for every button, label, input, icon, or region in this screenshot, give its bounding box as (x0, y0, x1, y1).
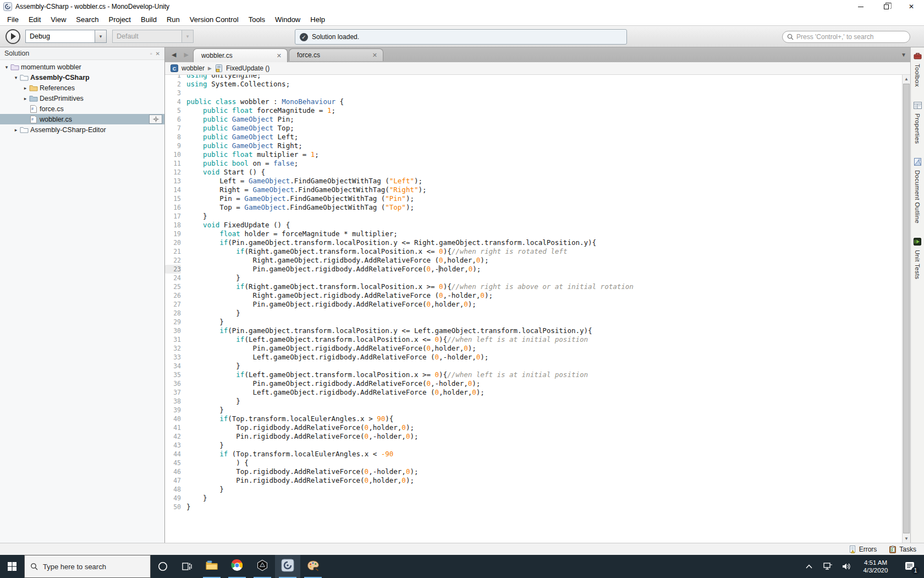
menu-item-view[interactable]: View (46, 14, 71, 25)
line-number[interactable]: 24 (165, 274, 181, 282)
line-number[interactable]: 27 (165, 300, 181, 309)
network-tray-button[interactable] (818, 555, 837, 578)
tab-force-cs[interactable]: force.cs✕ (289, 48, 383, 61)
tab-list-dropdown[interactable]: ▼ (897, 47, 910, 62)
code-line[interactable]: Top.rigidbody.AddRelativeForce(0,holder,… (186, 423, 902, 432)
line-number[interactable]: 13 (165, 177, 181, 186)
line-number[interactable]: 9 (165, 141, 181, 150)
errors-pad-button[interactable]: ! Errors (849, 546, 877, 553)
task-view-button[interactable] (175, 555, 199, 578)
line-number[interactable]: 8 (165, 133, 181, 141)
line-number[interactable]: 34 (165, 362, 181, 370)
dock-float-icon[interactable]: ▫ (150, 51, 152, 57)
code-line[interactable]: void Start () { (186, 168, 902, 177)
line-number[interactable]: 31 (165, 335, 181, 344)
code-line[interactable]: Left.gameObject.rigidbody.AddRelativeFor… (186, 388, 902, 397)
code-line[interactable]: Top = GameObject.FindGameObjectWithTag (… (186, 203, 902, 212)
line-number[interactable]: 2 (165, 80, 181, 89)
code-line[interactable]: if(Left.gameObject.transform.localPositi… (186, 335, 902, 344)
code-line[interactable]: if(Top.transform.localEulerAngles.x > 90… (186, 415, 902, 423)
line-number[interactable]: 28 (165, 309, 181, 318)
line-number[interactable]: 30 (165, 326, 181, 335)
line-number[interactable]: 44 (165, 450, 181, 459)
code-line[interactable]: if (Top.transform.localEulerAngles.x < -… (186, 450, 902, 459)
code-line[interactable]: Pin.rigidbody.AddRelativeForce(0,-holder… (186, 432, 902, 441)
line-number[interactable]: 41 (165, 423, 181, 432)
chevron-down-icon[interactable]: ▾ (95, 30, 107, 43)
code-line[interactable]: public GameObject Top; (186, 124, 902, 133)
line-number[interactable]: 16 (165, 203, 181, 212)
line-number[interactable]: 38 (165, 397, 181, 406)
breadcrumb-member[interactable]: FixedUpdate () (226, 64, 270, 72)
code-line[interactable]: using UnityEngine; (186, 75, 902, 80)
line-number[interactable]: 1 (165, 75, 181, 80)
line-number[interactable]: 19 (165, 230, 181, 238)
menu-item-edit[interactable]: Edit (24, 14, 46, 25)
scroll-down-icon[interactable]: ▼ (903, 535, 910, 543)
tasks-pad-button[interactable]: Tasks (889, 546, 916, 553)
line-number[interactable]: 36 (165, 379, 181, 388)
line-number[interactable]: 7 (165, 124, 181, 133)
code-line[interactable] (186, 89, 902, 97)
line-number[interactable]: 33 (165, 353, 181, 362)
line-number[interactable]: 10 (165, 150, 181, 159)
code-line[interactable]: } (186, 318, 902, 326)
code-line[interactable]: public bool on = false; (186, 159, 902, 168)
code-line[interactable]: } (186, 362, 902, 370)
tree-expander-icon[interactable]: ▾ (3, 64, 10, 70)
tree-item-force-cs[interactable]: #force.cs (0, 103, 164, 114)
line-number[interactable]: 20 (165, 238, 181, 247)
side-tab-toolbox[interactable]: Toolbox (914, 52, 922, 87)
line-number[interactable]: 15 (165, 194, 181, 203)
tab-wobbler-cs[interactable]: wobbler.cs✕ (193, 48, 288, 62)
taskbar-search-input[interactable]: Type here to search (24, 555, 151, 578)
line-number[interactable]: 50 (165, 503, 181, 511)
breadcrumb-class[interactable]: wobbler (182, 64, 205, 72)
line-number[interactable]: 37 (165, 388, 181, 397)
line-number[interactable]: 29 (165, 318, 181, 326)
taskbar-clock[interactable]: 4:51 AM 4/3/2020 (856, 555, 895, 578)
tree-expander-icon[interactable]: ▸ (13, 127, 19, 133)
run-button[interactable] (6, 29, 20, 44)
nav-back-button[interactable]: ◀ (172, 51, 176, 58)
line-number[interactable]: 40 (165, 415, 181, 423)
line-number[interactable]: 47 (165, 476, 181, 485)
code-line[interactable]: } (186, 494, 902, 503)
code-line[interactable]: Pin.gameObject.rigidbody.AddRelativeForc… (186, 344, 902, 353)
start-button[interactable] (0, 555, 24, 578)
menu-item-file[interactable]: File (2, 14, 24, 25)
line-number[interactable]: 35 (165, 370, 181, 379)
line-number[interactable]: 14 (165, 186, 181, 194)
scrollbar-thumb[interactable] (903, 84, 910, 533)
global-search-input[interactable]: Press 'Control+,' to search (782, 31, 910, 43)
tab-close-icon[interactable]: ✕ (362, 52, 377, 59)
restore-button[interactable] (873, 0, 899, 13)
code-line[interactable]: } (186, 397, 902, 406)
code-line[interactable]: Pin.gameObject.rigidbody.AddRelativeForc… (186, 300, 902, 309)
line-number[interactable]: 21 (165, 247, 181, 256)
line-number[interactable]: 49 (165, 494, 181, 503)
menu-item-search[interactable]: Search (71, 14, 103, 25)
code-line[interactable]: Top.rigidbody.AddRelativeForce(0,-holder… (186, 467, 902, 476)
tree-item-references[interactable]: ▸References (0, 83, 164, 93)
code-line[interactable]: Right = GameObject.FindGameObjectWithTag… (186, 186, 902, 194)
code-line[interactable]: public GameObject Pin; (186, 115, 902, 124)
line-number[interactable]: 42 (165, 432, 181, 441)
side-tab-unit-tests[interactable]: Unit Tests (914, 238, 921, 279)
taskbar-app-chrome[interactable] (224, 555, 250, 578)
menu-item-version-control[interactable]: Version Control (185, 14, 244, 25)
code-line[interactable]: Left.gameObject.rigidbody.AddRelativeFor… (186, 353, 902, 362)
line-number[interactable]: 43 (165, 441, 181, 450)
minimize-button[interactable] (848, 0, 873, 13)
line-number[interactable]: 4 (165, 97, 181, 106)
tray-chevron-button[interactable] (800, 555, 818, 578)
code-line[interactable]: } (186, 274, 902, 282)
configuration-dropdown[interactable]: Debug ▾ (25, 30, 107, 43)
tree-item-assembly-csharp[interactable]: ▾Assembly-CSharp (0, 72, 164, 83)
code-line[interactable]: using System.Collections; (186, 80, 902, 89)
tree-item-destprimitives[interactable]: ▸DestPrimitives (0, 93, 164, 103)
code-line[interactable]: } (186, 441, 902, 450)
code-line[interactable]: if(Left.gameObject.transform.localPositi… (186, 370, 902, 379)
tree-item-assembly-csharp-editor[interactable]: ▸Assembly-CSharp-Editor (0, 124, 164, 135)
menu-item-project[interactable]: Project (104, 14, 136, 25)
